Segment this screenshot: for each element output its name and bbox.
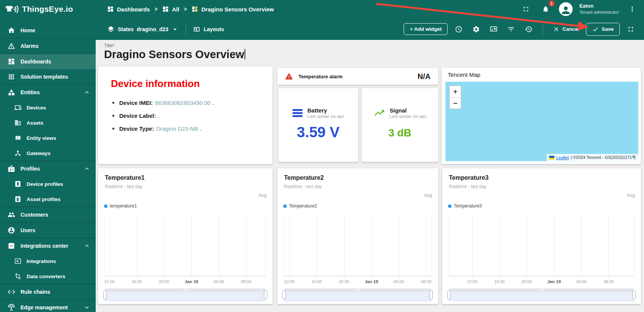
battery-title: Battery: [307, 107, 344, 114]
chart-gridline: [500, 215, 500, 278]
sidebar-item-rule-chains[interactable]: Rule chains: [0, 284, 96, 299]
breadcrumb-separator: >: [155, 6, 158, 12]
cancel-button[interactable]: Cancel: [551, 23, 581, 35]
brush-handle-left[interactable]: [283, 290, 286, 299]
save-button[interactable]: Save: [586, 23, 620, 36]
brush-grip-icon[interactable]: [358, 289, 358, 291]
chart-gridline: [290, 215, 290, 278]
domain-icon: [14, 119, 21, 126]
legend-item[interactable]: temperature1: [104, 203, 137, 209]
user-info[interactable]: Eaton Tenant administrator: [579, 3, 619, 15]
sidebar-item-alarms[interactable]: Alarms: [0, 38, 96, 54]
states-label: States: [118, 26, 134, 32]
logo-text: ThingsEye.io: [22, 5, 73, 14]
leaflet-link[interactable]: Leaflet: [556, 155, 569, 160]
brush-grip-icon[interactable]: [541, 289, 542, 291]
sidebar-item-users[interactable]: Users: [0, 223, 96, 238]
alarm-title: Temperature alarm: [298, 74, 343, 79]
toolbar-fullscreen-button[interactable]: [624, 23, 637, 36]
sidebar-item-profiles[interactable]: Profiles: [0, 161, 96, 176]
chart-widget-temperature3: Temperature3 Realtime - last day Avg Tem…: [442, 168, 641, 304]
app-logo[interactable]: ThingsEye.io: [0, 5, 96, 14]
x-axis-label: 20:00: [339, 279, 349, 284]
sidebar-item-asset-profiles[interactable]: Asset profiles: [0, 192, 96, 207]
states-selector[interactable]: States dragino_d23: [107, 25, 179, 33]
brush-handle-right[interactable]: [429, 290, 433, 299]
notifications-button[interactable]: 1: [539, 3, 552, 16]
chart-subtitle: Realtime - last day: [449, 184, 486, 189]
state-value: dragino_d23: [137, 26, 168, 32]
sidebar-item-device-profiles[interactable]: Device profiles: [0, 176, 96, 192]
sidebar-item-devices[interactable]: Devices: [0, 100, 96, 115]
device-info-row: Device Type:Dragino D23-NB.: [111, 125, 260, 132]
map-canvas[interactable]: + − Leaflet | ©2024 Tencent - GS(2023)11…: [445, 82, 638, 161]
sidebar-item-data-converters[interactable]: Data converters: [0, 269, 96, 284]
avatar[interactable]: [559, 2, 573, 16]
aggregation-label[interactable]: Avg: [627, 193, 635, 198]
time-brush[interactable]: [284, 288, 431, 301]
x-axis-label: 16:00: [494, 279, 505, 284]
chart-gridline: [344, 215, 344, 278]
fullscreen-button[interactable]: [519, 3, 532, 16]
filters-button[interactable]: [505, 23, 518, 36]
breadcrumb-item-all[interactable]: All: [162, 6, 179, 13]
brush-handle-right[interactable]: [264, 290, 267, 299]
sidebar-item-gateways[interactable]: Gateways: [0, 146, 96, 161]
sidebar-item-label: Alarms: [21, 43, 38, 49]
more-menu-button[interactable]: [626, 3, 639, 16]
brush-grip-icon[interactable]: [185, 289, 186, 291]
dashboard-toolbar: States dragino_d23 Layouts + Add widget: [96, 18, 644, 40]
sidebar-item-integrations-center[interactable]: Integrations center: [0, 238, 96, 253]
brush-handle-right[interactable]: [632, 290, 636, 299]
time-brush[interactable]: [449, 288, 634, 301]
brush-handle-left[interactable]: [103, 290, 107, 299]
chart-title: Temperature1: [105, 174, 145, 181]
dashboard-title-input[interactable]: Dragino Sensors Overview: [104, 48, 245, 61]
time-brush[interactable]: [105, 288, 266, 301]
bell-icon: [542, 5, 549, 13]
sidebar-item-edge-management[interactable]: Edge management: [0, 300, 96, 312]
breadcrumb-item-dashboards[interactable]: Dashboards: [107, 6, 150, 13]
x-axis-label: 12:00: [104, 279, 115, 284]
check-icon: [592, 26, 599, 33]
version-control-button[interactable]: [522, 23, 535, 36]
sidebar-item-integrations[interactable]: Integrations: [0, 253, 96, 269]
entity-aliases-button[interactable]: [487, 23, 500, 36]
brush-selection[interactable]: [284, 291, 431, 301]
x-axis-label: 04:00: [576, 279, 587, 284]
sidebar-item-entities[interactable]: Entities: [0, 85, 96, 100]
chart-plot-area: [284, 215, 431, 276]
device-info-label: Device Type:: [119, 125, 154, 132]
sidebar-item-label: Gateways: [27, 150, 51, 156]
top-header: ThingsEye.io Dashboards > All > Dragino …: [0, 0, 644, 18]
battery-bars-icon: [292, 109, 303, 117]
breadcrumb-item-current-dashboard[interactable]: Dragino Sensors Overview: [191, 6, 274, 13]
sidebar-item-solution-templates[interactable]: Solution templates: [0, 69, 96, 84]
map-zoom-in-button[interactable]: +: [450, 86, 461, 97]
chart-gridline: [191, 215, 192, 278]
add-widget-button[interactable]: + Add widget: [404, 23, 448, 35]
sidebar-item-dashboards[interactable]: Dashboards: [0, 54, 96, 69]
dashboard-settings-button[interactable]: [470, 23, 483, 36]
brush-selection[interactable]: [449, 291, 634, 301]
aggregation-label[interactable]: Avg: [259, 193, 267, 198]
text-cursor: [245, 49, 245, 59]
chart-gridline: [219, 215, 219, 278]
sidebar-item-entity-views[interactable]: Entity views: [0, 130, 96, 146]
legend-item[interactable]: Temperature3: [448, 203, 482, 209]
brush-selection[interactable]: [105, 291, 266, 301]
sidebar-item-label: Home: [21, 27, 35, 33]
sidebar-item-customers[interactable]: Customers: [0, 207, 96, 222]
layouts-button[interactable]: Layouts: [193, 25, 224, 33]
sidebar-item-home[interactable]: Home: [0, 23, 96, 38]
legend-item[interactable]: Temperature2: [283, 203, 317, 209]
layouts-icon: [193, 25, 200, 33]
map-zoom-out-button[interactable]: −: [450, 97, 461, 109]
chart-gridline: [399, 215, 399, 278]
sidebar-item-assets[interactable]: Assets: [0, 115, 96, 130]
battery-widget: Battery Last update 2w ago 3.59 V: [278, 88, 358, 162]
brush-handle-left[interactable]: [447, 290, 451, 299]
time-window-button[interactable]: [452, 23, 465, 36]
signal-trend-icon: [374, 107, 385, 119]
aggregation-label[interactable]: Avg: [424, 193, 432, 198]
